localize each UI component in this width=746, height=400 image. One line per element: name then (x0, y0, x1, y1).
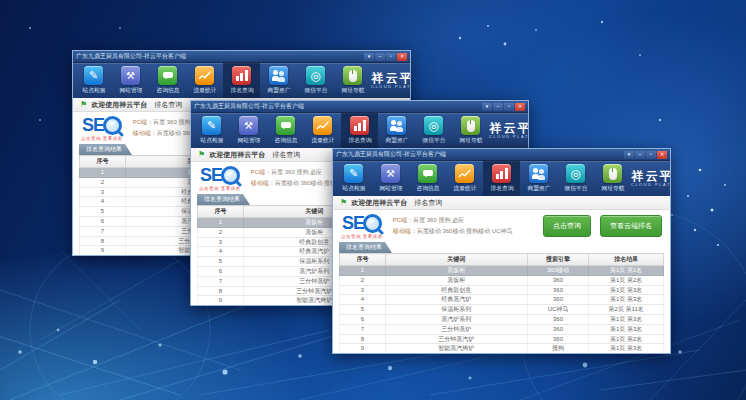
maximize-button[interactable]: ▫ (504, 103, 514, 111)
breadcrumb: ⚑ 欢迎使用祥云平台 排名查询 (333, 196, 670, 210)
toolbar-item-traffic-stats[interactable]: 流量统计 (186, 63, 223, 98)
toolbar-item-site-manage[interactable]: 网站管理 (372, 161, 409, 196)
minimize-button[interactable]: – (375, 53, 385, 61)
toolbar-item-consult-info[interactable]: 咨询信息 (267, 113, 304, 148)
toolbar-item-union-promo[interactable]: 商盟推广 (378, 113, 415, 148)
cell-keyword: 经典蒸汽炉 (385, 295, 527, 305)
toolbar-item-traffic-stats[interactable]: 流量统计 (304, 113, 341, 148)
header-no: 序号 (80, 156, 126, 168)
toolbar-item-traffic-stats[interactable]: 流量统计 (446, 161, 483, 196)
cell-no: 3 (198, 237, 244, 247)
table-row[interactable]: 6 蒸汽炉系列 360 第1页 第3名 (340, 314, 664, 324)
tab-rank-results[interactable]: 排名查询结果 (197, 194, 250, 205)
cell-no: 5 (340, 305, 386, 315)
query-button[interactable]: 点击查询 (543, 215, 591, 237)
brand-name: 祥云平台 (371, 72, 411, 85)
close-button[interactable]: ✕ (657, 151, 667, 159)
table-row[interactable]: 7 三分钟蒸炉 360 第1页 第3名 (340, 324, 664, 334)
toolbar-item-wechat[interactable]: 微信平台 (297, 63, 334, 98)
toolbar-item-label: 排名查询 (490, 184, 513, 193)
cell-rank: 第1页 第3名 (589, 324, 664, 334)
tab-rank-results[interactable]: 排名查询结果 (339, 242, 392, 253)
toolbar-item-site-check[interactable]: 站点检测 (335, 161, 372, 196)
toolbar-item-label: 流量统计 (311, 136, 334, 145)
toolbar-item-site-check[interactable]: 站点检测 (193, 113, 230, 148)
seo-logo-text: SE (200, 166, 222, 184)
cloud-rank-button[interactable]: 查看云端排名 (600, 215, 662, 237)
table-row[interactable]: 3 经典款创意 360 第1页 第3名 (340, 285, 664, 295)
toolbar-item-consult-info[interactable]: 咨询信息 (149, 63, 186, 98)
toolbar-item-label: 网址导航 (601, 184, 624, 193)
flag-icon: ⚑ (198, 151, 205, 159)
cell-keyword: 蒸饭柜 (385, 275, 527, 285)
table-row[interactable]: 4 经典蒸汽炉 360 第1页 第3名 (340, 295, 664, 305)
cell-no: 1 (340, 266, 386, 276)
brand-subtitle: CLOUD PLATFORM (631, 183, 671, 187)
window-controls: ▾ – ▫ ✕ (364, 53, 407, 61)
site-nav-icon (603, 164, 622, 183)
table-row[interactable]: 1 蒸饭柜 360移动 第1页 第1名 (340, 266, 664, 276)
main-toolbar: 站点检测 网站管理 咨询信息 流量统计 (73, 63, 410, 98)
close-button[interactable]: ✕ (515, 103, 525, 111)
cell-no: 8 (340, 334, 386, 344)
consult-info-icon (276, 116, 295, 135)
union-promo-icon (529, 164, 548, 183)
table-row[interactable]: 9 智能蒸汽烤炉 搜狗 第1页 第3名 (340, 344, 664, 354)
cell-engine: 360移动 (527, 266, 589, 276)
toolbar-item-rank-query[interactable]: 排名查询 (223, 63, 260, 98)
cell-no: 4 (80, 197, 126, 207)
brand-subtitle: CLOUD PLATFORM (489, 135, 529, 139)
toolbar-item-site-manage[interactable]: 网站管理 (112, 63, 149, 98)
maximize-button[interactable]: ▫ (386, 53, 396, 61)
engine-list: PC端：百度 360 搜狗 必应 移动端：百度移动 360移动 搜狗移动 UC神… (393, 215, 513, 238)
title-bar[interactable]: 广东九鼎王厨具有限公司-祥云平台客户端 ▾ – ▫ ✕ (191, 101, 528, 113)
site-manage-icon (381, 164, 400, 183)
cell-keyword: 三分钟蒸汽炉 (385, 334, 527, 344)
skin-button[interactable]: ▾ (482, 103, 492, 111)
cell-no: 9 (80, 246, 126, 256)
window-title: 广东九鼎王厨具有限公司-祥云平台客户端 (336, 150, 446, 159)
title-bar[interactable]: 广东九鼎王厨具有限公司-祥云平台客户端 ▾ – ▫ ✕ (73, 51, 410, 63)
brand-name: 祥云平台 (489, 122, 529, 135)
table-row[interactable]: 2 蒸饭柜 360 第1页 第2名 (340, 275, 664, 285)
toolbar-item-union-promo[interactable]: 商盟推广 (520, 161, 557, 196)
table-row[interactable]: 5 保温柜系列 UC神马 第2页 第11名 (340, 305, 664, 315)
breadcrumb-welcome: 欢迎使用祥云平台 (209, 150, 265, 160)
toolbar-item-site-check[interactable]: 站点检测 (75, 63, 112, 98)
maximize-button[interactable]: ▫ (646, 151, 656, 159)
close-button[interactable]: ✕ (397, 53, 407, 61)
toolbar-item-label: 商盟推广 (267, 86, 290, 95)
toolbar-item-label: 流量统计 (193, 86, 216, 95)
table-row[interactable]: 8 三分钟蒸汽炉 360 第1页 第2名 (340, 334, 664, 344)
title-bar[interactable]: 广东九鼎王厨具有限公司-祥云平台客户端 ▾ – ▫ ✕ (333, 149, 670, 161)
brand-logo: 祥云平台 CLOUD PLATFORM 祥 (371, 63, 411, 98)
toolbar-item-site-nav[interactable]: 网址导航 (334, 63, 371, 98)
toolbar-item-label: 咨询信息 (156, 86, 179, 95)
seo-band: SE 点击查询 查看排名 PC端：百度 360 搜狗 必应 移动端：百度移动 3… (333, 210, 670, 242)
minimize-button[interactable]: – (493, 103, 503, 111)
cell-engine: 360 (527, 275, 589, 285)
toolbar-item-site-nav[interactable]: 网址导航 (452, 113, 489, 148)
toolbar-item-wechat[interactable]: 微信平台 (415, 113, 452, 148)
toolbar-item-wechat[interactable]: 微信平台 (557, 161, 594, 196)
cell-no: 2 (198, 227, 244, 237)
toolbar-item-label: 站点检测 (342, 184, 365, 193)
toolbar-item-union-promo[interactable]: 商盟推广 (260, 63, 297, 98)
toolbar-item-site-nav[interactable]: 网址导航 (594, 161, 631, 196)
minimize-button[interactable]: – (635, 151, 645, 159)
toolbar-item-site-manage[interactable]: 网站管理 (230, 113, 267, 148)
toolbar-item-rank-query[interactable]: 排名查询 (483, 161, 520, 196)
skin-button[interactable]: ▾ (364, 53, 374, 61)
site-nav-icon (343, 66, 362, 85)
toolbar-item-label: 流量统计 (453, 184, 476, 193)
wechat-icon (566, 164, 585, 183)
cell-no: 1 (80, 168, 126, 178)
skin-button[interactable]: ▾ (624, 151, 634, 159)
union-promo-icon (387, 116, 406, 135)
toolbar-item-rank-query[interactable]: 排名查询 (341, 113, 378, 148)
tab-rank-results[interactable]: 排名查询结果 (79, 144, 132, 155)
app-window-front[interactable]: 广东九鼎王厨具有限公司-祥云平台客户端 ▾ – ▫ ✕ 站点检测 网站管理 (332, 148, 671, 354)
site-check-icon (344, 164, 363, 183)
toolbar-item-consult-info[interactable]: 咨询信息 (409, 161, 446, 196)
window-title: 广东九鼎王厨具有限公司-祥云平台客户端 (76, 52, 186, 61)
